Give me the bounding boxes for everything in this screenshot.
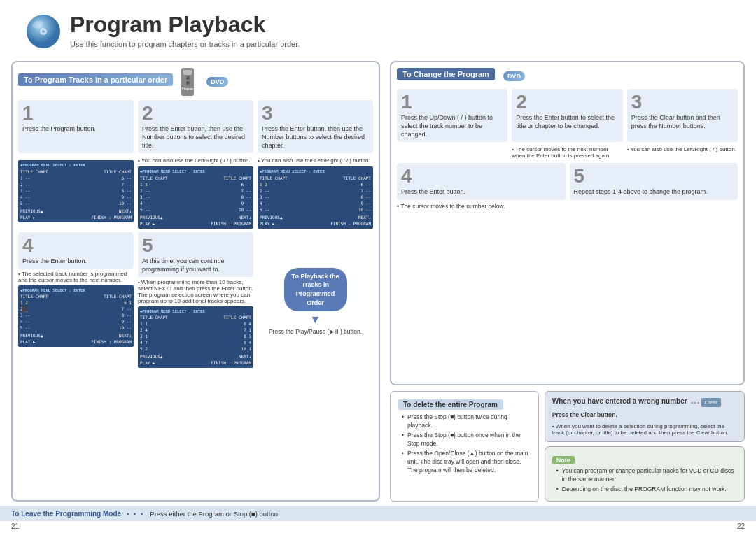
steps-4-5-playback: 4 Press the Enter button. • The selected… [18, 232, 373, 369]
right-dvd-badge: DVD [503, 71, 525, 81]
right-panel: To Change the Program DVD 1 Press the Up… [390, 61, 745, 502]
note-section: Note You can program or change particula… [545, 446, 745, 502]
header-text-block: Program Playback Use this function to pr… [70, 13, 300, 48]
wrong-bullet: • When you want to delete a selection du… [552, 423, 737, 436]
step-2-detail: • You can also use the Left/Right ( / / … [138, 157, 253, 228]
delete-bullet-2: Press the Stop (■) button once when in t… [402, 432, 531, 448]
press-clear-text: Press the Clear button. [552, 411, 737, 418]
steps-1-2-3: 1 Press the Program button. 2 Press the … [18, 100, 373, 153]
bullet-screen-row: ◆PROGRAM MENU SELECT : ENTER TITLE CHAPT… [18, 157, 373, 228]
delete-bullet-1: Press the Stop (■) button twice during p… [402, 413, 531, 430]
step-5-box: 5 At this time, you can continue program… [138, 232, 253, 277]
step-1-box: 1 Press the Program button. [18, 100, 134, 153]
page-numbers: 21 22 [0, 521, 756, 533]
right-step-3-bullet: • You can also use the Left/Right ( / ) … [627, 146, 738, 159]
right-step-2-bullet: • The cursor moves to the next number wh… [512, 146, 622, 159]
right-step-5-number: 5 [574, 166, 734, 186]
left-panel: To Program Tracks in a particular order … [11, 61, 380, 502]
delete-bullets: Press the Stop (■) button twice during p… [398, 413, 531, 474]
step-4-number: 4 [22, 236, 130, 255]
right-bullets-row: • The cursor moves to the next number wh… [397, 146, 738, 159]
page-left: 21 [11, 523, 19, 530]
step-3-box: 3 Press the Enter button, then use the N… [258, 100, 373, 153]
bottom-label: To Leave the Programming Mode [11, 510, 121, 518]
wrong-note-column: When you have entered a wrong number • •… [545, 391, 745, 502]
step-2-number: 2 [142, 104, 249, 123]
note-label: Note [552, 456, 575, 464]
screen-mock-2: ◆PROGRAM MENU SELECT : ENTER TITLE CHAPT… [138, 166, 253, 228]
note-bullet-2: Depending on the disc, the PROGRAM funct… [556, 485, 737, 494]
bottom-bar: To Leave the Programming Mode • • • Pres… [0, 506, 756, 521]
right-step-5-box: 5 Repeat steps 1-4 above to change the p… [570, 163, 738, 199]
page-title: Program Playback [70, 13, 300, 37]
screen-mock-4: ◆PROGRAM MENU SELECT : ENTER TITLE CHAPT… [18, 285, 134, 347]
page-subtitle: Use this function to program chapters or… [70, 40, 300, 48]
arrow-down-icon: ▼ [310, 314, 321, 325]
screen-mock-1: ◆PROGRAM MENU SELECT : ENTER TITLE CHAPT… [18, 160, 134, 222]
right-step-5-column: 5 Repeat steps 1-4 above to change the p… [570, 163, 738, 209]
right-step-4-number: 4 [401, 166, 561, 186]
right-step-1-number: 1 [401, 92, 503, 112]
step-4-text: Press the Enter button. [22, 257, 130, 265]
right-step-4-text: Press the Enter button. [401, 187, 561, 196]
step-3-bullet: • You can also use the Left/Right ( / / … [258, 157, 373, 164]
right-step-4-box: 4 Press the Enter button. [397, 163, 566, 199]
step-3-number: 3 [262, 104, 369, 123]
screen-mock-3: ◆PROGRAM MENU SELECT : ENTER TITLE CHAPT… [258, 166, 373, 228]
left-dvd-badge: DVD [206, 77, 228, 87]
right-steps-1-2-3: 1 Press the Up/Down ( / ) button to sele… [397, 89, 738, 142]
playback-line2: Tracks in [302, 281, 329, 288]
playback-bubble: To Playback the Tracks in Programmed Ord… [284, 268, 347, 311]
delete-bullet-3: Press the Open/Close (▲) button on the m… [402, 450, 531, 475]
step-5-text: At this time, you can continue programmi… [142, 257, 249, 273]
right-step-2-box: 2 Press the Enter button to select the t… [512, 89, 622, 142]
right-step-3-text: Press the Clear button and then press th… [631, 113, 734, 130]
playback-line1: To Playback the [292, 273, 340, 280]
clear-badge: Clear [701, 398, 721, 407]
step-2-bullet: • You can also use the Left/Right ( / / … [138, 157, 253, 164]
step-3-text: Press the Enter button, then use the Num… [262, 125, 369, 150]
svg-point-2 [42, 30, 45, 33]
playback-line3: Programmed Order [296, 290, 335, 306]
step-1-detail: ◆PROGRAM MENU SELECT : ENTER TITLE CHAPT… [18, 157, 134, 228]
page-header: Program Playback Use this function to pr… [0, 0, 756, 57]
step-4-column: 4 Press the Enter button. • The selected… [18, 232, 134, 369]
right-step-1-text: Press the Up/Down ( / ) button to select… [401, 113, 503, 138]
right-bottom-row: To delete the entire Program Press the S… [390, 391, 745, 502]
wrong-header: When you have entered a wrong number [552, 397, 687, 405]
right-step-2-text: Press the Enter button to select the tit… [516, 113, 618, 130]
wrong-section: When you have entered a wrong number • •… [545, 391, 745, 442]
right-step-3-number: 3 [631, 92, 734, 112]
step-5-column: 5 At this time, you can continue program… [138, 232, 253, 369]
step-2-box: 2 Press the Enter button, then use the N… [138, 100, 253, 153]
page-right: 22 [737, 523, 745, 530]
left-section-header: To Program Tracks in a particular order [18, 73, 173, 86]
right-step-2-number: 2 [516, 92, 618, 112]
screen-mock-5: ◆PROGRAM MENU SELECT : ENTER TITLE CHAPT… [138, 306, 253, 368]
step-2-text: Press the Enter button, then use the Num… [142, 125, 249, 150]
playback-column: To Playback the Tracks in Programmed Ord… [258, 232, 373, 369]
bottom-text: Press either the Program or Stop (■) but… [150, 510, 279, 518]
playback-text: Press the Play/Pause (►II ) button. [269, 328, 362, 335]
right-steps-4-5: 4 Press the Enter button. • The cursor m… [397, 163, 738, 209]
step-5-bullet: • When programming more than 10 tracks, … [138, 279, 253, 304]
step-4-bullet: • The selected track number is programme… [18, 271, 134, 283]
note-bullet-1: You can program or change particular tra… [556, 467, 737, 484]
step-4-box: 4 Press the Enter button. [18, 232, 134, 269]
step-1-text: Press the Program button. [22, 125, 130, 133]
step-3-detail: • You can also use the Left/Right ( / / … [258, 157, 373, 228]
right-step-5-text: Repeat steps 1-4 above to change the pro… [574, 187, 734, 196]
right-step-1-box: 1 Press the Up/Down ( / ) button to sele… [397, 89, 507, 142]
note-bullets: You can program or change particular tra… [552, 467, 737, 494]
right-top-panel: To Change the Program DVD 1 Press the Up… [390, 61, 745, 385]
disc-icon [21, 9, 63, 51]
right-section-header: To Change the Program [397, 68, 495, 80]
bottom-dots: • • • [127, 510, 144, 518]
right-step-3-box: 3 Press the Clear button and then press … [627, 89, 738, 142]
main-content: To Program Tracks in a particular order … [0, 57, 756, 506]
delete-section: To delete the entire Program Press the S… [390, 391, 539, 502]
step-1-number: 1 [22, 104, 130, 123]
step-5-number: 5 [142, 236, 249, 255]
right-cursor-note: • The cursor moves to the number below. [397, 203, 566, 210]
right-step-1-spacer [397, 146, 507, 159]
